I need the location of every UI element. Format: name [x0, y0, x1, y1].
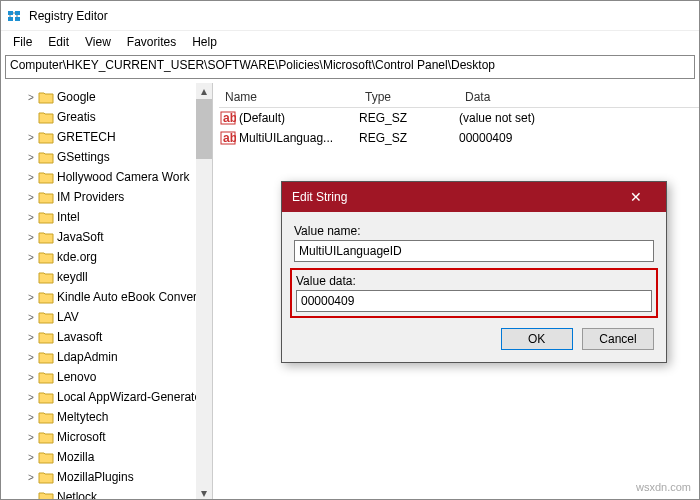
- regedit-icon: [7, 8, 23, 24]
- tree-item-label: keydll: [57, 270, 88, 284]
- cell-name: MultiUILanguag...: [237, 131, 359, 145]
- tree-item[interactable]: >LdapAdmin: [3, 347, 212, 367]
- folder-icon: [38, 110, 54, 124]
- tree-item[interactable]: >Lavasoft: [3, 327, 212, 347]
- svg-text:ab: ab: [223, 111, 236, 125]
- expand-icon[interactable]: >: [25, 452, 37, 463]
- menu-view[interactable]: View: [77, 33, 119, 51]
- expand-icon[interactable]: >: [25, 432, 37, 443]
- tree-item[interactable]: Greatis: [3, 107, 212, 127]
- expand-icon[interactable]: >: [25, 292, 37, 303]
- folder-icon: [38, 150, 54, 164]
- tree-item[interactable]: >Lenovo: [3, 367, 212, 387]
- tree-item[interactable]: >Intel: [3, 207, 212, 227]
- col-type-header[interactable]: Type: [359, 87, 459, 107]
- tree-item[interactable]: >Kindle Auto eBook Convert: [3, 287, 212, 307]
- tree-item[interactable]: >MozillaPlugins: [3, 467, 212, 487]
- tree-item-label: Meltytech: [57, 410, 108, 424]
- folder-icon: [38, 90, 54, 104]
- col-data-header[interactable]: Data: [459, 87, 699, 107]
- col-name-header[interactable]: Name: [219, 87, 359, 107]
- expand-icon[interactable]: >: [25, 332, 37, 343]
- expand-icon[interactable]: >: [25, 152, 37, 163]
- value-name-input[interactable]: [294, 240, 654, 262]
- cell-data: (value not set): [459, 111, 699, 125]
- menu-file[interactable]: File: [5, 33, 40, 51]
- scroll-down-icon[interactable]: ▾: [196, 485, 212, 500]
- expand-icon[interactable]: >: [25, 412, 37, 423]
- folder-icon: [38, 470, 54, 484]
- tree-item-label: Microsoft: [57, 430, 106, 444]
- expand-icon[interactable]: >: [25, 372, 37, 383]
- tree-item[interactable]: >Mozilla: [3, 447, 212, 467]
- tree-item-label: Greatis: [57, 110, 96, 124]
- dialog-title: Edit String: [292, 190, 347, 204]
- tree-item-label: kde.org: [57, 250, 97, 264]
- folder-icon: [38, 230, 54, 244]
- tree-item-label: Google: [57, 90, 96, 104]
- svg-rect-3: [15, 17, 20, 21]
- folder-icon: [38, 190, 54, 204]
- folder-icon: [38, 370, 54, 384]
- tree-item[interactable]: >Microsoft: [3, 427, 212, 447]
- tree-item[interactable]: >kde.org: [3, 247, 212, 267]
- value-data-label: Value data:: [296, 274, 652, 288]
- tree-item-label: GRETECH: [57, 130, 116, 144]
- tree-item[interactable]: >Local AppWizard-Generated: [3, 387, 212, 407]
- expand-icon[interactable]: >: [25, 392, 37, 403]
- list-row[interactable]: ab(Default)REG_SZ(value not set): [219, 108, 699, 128]
- folder-icon: [38, 450, 54, 464]
- folder-icon: [38, 410, 54, 424]
- cell-type: REG_SZ: [359, 131, 459, 145]
- tree-item-label: IM Providers: [57, 190, 124, 204]
- tree-item-label: Kindle Auto eBook Convert: [57, 290, 200, 304]
- expand-icon[interactable]: >: [25, 312, 37, 323]
- value-name-label: Value name:: [294, 224, 654, 238]
- scroll-thumb[interactable]: [196, 99, 212, 159]
- expand-icon[interactable]: >: [25, 352, 37, 363]
- tree-item[interactable]: >GSettings: [3, 147, 212, 167]
- expand-icon[interactable]: >: [25, 192, 37, 203]
- tree-scrollbar[interactable]: ▴ ▾: [196, 83, 212, 500]
- svg-rect-1: [15, 11, 20, 15]
- tree-item[interactable]: >Meltytech: [3, 407, 212, 427]
- folder-icon: [38, 310, 54, 324]
- close-icon[interactable]: ✕: [616, 182, 656, 212]
- title-bar: Registry Editor: [1, 1, 699, 31]
- expand-icon[interactable]: >: [25, 252, 37, 263]
- menu-help[interactable]: Help: [184, 33, 225, 51]
- expand-icon[interactable]: >: [25, 212, 37, 223]
- cancel-button[interactable]: Cancel: [582, 328, 654, 350]
- value-data-input[interactable]: [296, 290, 652, 312]
- string-value-icon: ab: [219, 110, 237, 126]
- tree-item[interactable]: >GRETECH: [3, 127, 212, 147]
- expand-icon[interactable]: >: [25, 232, 37, 243]
- scroll-up-icon[interactable]: ▴: [196, 83, 212, 99]
- address-bar[interactable]: Computer\HKEY_CURRENT_USER\SOFTWARE\Poli…: [5, 55, 695, 79]
- tree-item[interactable]: >LAV: [3, 307, 212, 327]
- tree-item[interactable]: >JavaSoft: [3, 227, 212, 247]
- expand-icon[interactable]: >: [25, 172, 37, 183]
- menu-favorites[interactable]: Favorites: [119, 33, 184, 51]
- tree-item[interactable]: Netlock: [3, 487, 212, 500]
- tree-item[interactable]: keydll: [3, 267, 212, 287]
- tree-item-label: GSettings: [57, 150, 110, 164]
- tree-item-label: Netlock: [57, 490, 97, 500]
- tree-item[interactable]: >Google: [3, 87, 212, 107]
- window-title: Registry Editor: [29, 9, 108, 23]
- folder-icon: [38, 290, 54, 304]
- tree-item[interactable]: >Hollywood Camera Work: [3, 167, 212, 187]
- folder-icon: [38, 270, 54, 284]
- folder-icon: [38, 330, 54, 344]
- string-value-icon: ab: [219, 130, 237, 146]
- cell-type: REG_SZ: [359, 111, 459, 125]
- ok-button[interactable]: OK: [501, 328, 573, 350]
- menu-edit[interactable]: Edit: [40, 33, 77, 51]
- expand-icon[interactable]: >: [25, 92, 37, 103]
- cell-data: 00000409: [459, 131, 699, 145]
- dialog-titlebar[interactable]: Edit String ✕: [282, 182, 666, 212]
- expand-icon[interactable]: >: [25, 132, 37, 143]
- expand-icon[interactable]: >: [25, 472, 37, 483]
- tree-item[interactable]: >IM Providers: [3, 187, 212, 207]
- list-row[interactable]: abMultiUILanguag...REG_SZ00000409: [219, 128, 699, 148]
